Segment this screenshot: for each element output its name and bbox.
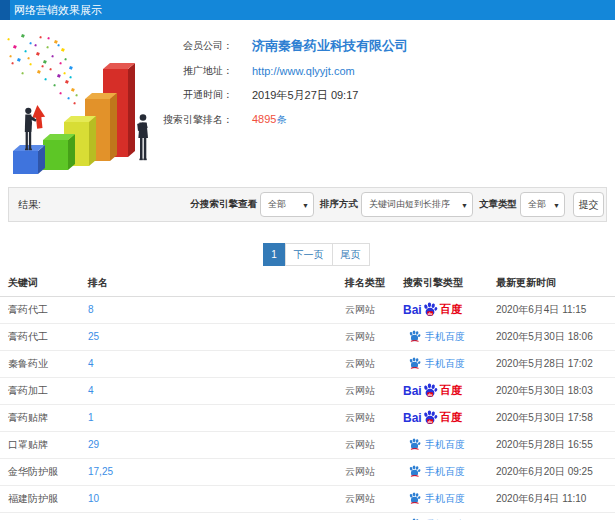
rank-cell[interactable]: 8 xyxy=(88,296,345,323)
chevron-down-icon: ▼ xyxy=(553,202,560,209)
baidu-mobile-logo: 手机百度 xyxy=(408,517,496,520)
table-row: 秦鲁药业 4 云网站 手机百度 2020年5月28日 17:02 xyxy=(0,350,615,377)
results-label: 结果: xyxy=(18,198,41,212)
info-row: 推广地址：http://www.qlyyjt.com xyxy=(148,63,408,79)
keyword-cell: 福建防护服 xyxy=(0,485,88,512)
baidu-paw-icon xyxy=(408,330,421,342)
baidu-pc-logo: Bai du百度 xyxy=(403,382,496,400)
rank-cell[interactable]: 17,25 xyxy=(88,458,345,485)
rank-type-cell: 云网站 xyxy=(345,350,403,377)
col-header: 排名 xyxy=(88,270,345,296)
rank-type-cell: 云网站 xyxy=(345,377,403,404)
keyword-cell: 膏药代工 xyxy=(0,323,88,350)
rank-cell[interactable]: 1 xyxy=(88,404,345,431)
chevron-down-icon: ▼ xyxy=(461,202,468,209)
member-company-link[interactable]: 济南秦鲁药业科技有限公司 xyxy=(252,37,408,55)
info-row: 开通时间：2019年5月27日 09:17 xyxy=(148,87,408,103)
page-next[interactable]: 下一页 xyxy=(285,243,333,266)
submit-button[interactable]: 提交 xyxy=(573,192,604,217)
filter-select-1[interactable]: 关键词由短到长排序▼ xyxy=(361,192,473,217)
keyword-cell xyxy=(0,512,88,520)
rank-type-cell: 云网站 xyxy=(345,431,403,458)
chevron-down-icon: ▼ xyxy=(302,202,309,209)
engine-cell: Bai du百度 xyxy=(403,296,496,323)
engine-cell: Bai du百度 xyxy=(403,404,496,431)
keyword-cell: 金华防护服 xyxy=(0,458,88,485)
engine-cell: 手机百度 xyxy=(403,458,496,485)
updated-cell xyxy=(496,512,615,520)
keyword-cell: 膏药贴牌 xyxy=(0,404,88,431)
col-header: 排名类型 xyxy=(345,270,403,296)
table-row: 膏药加工 4 云网站 Bai du百度 2020年5月30日 18:03 xyxy=(0,377,615,404)
results-filter-bar: 结果: 分搜索引擎查看 全部▼排序方式 关键词由短到长排序▼文章类型 全部▼提交 xyxy=(8,187,607,222)
rank-type-cell: 云网站 xyxy=(345,323,403,350)
baidu-paw-icon: du xyxy=(422,302,438,317)
rank-type-cell: 云网站 xyxy=(345,485,403,512)
svg-text:du: du xyxy=(427,312,432,316)
rank-cell[interactable]: 4 xyxy=(88,350,345,377)
engine-cell: 手机百度 xyxy=(403,323,496,350)
table-row: 福建防护服 10 云网站 手机百度 2020年6月4日 11:10 xyxy=(0,485,615,512)
promo-url-link[interactable]: http://www.qlyyjt.com xyxy=(252,65,355,77)
businessman-right-graphic xyxy=(137,114,148,160)
baidu-mobile-logo: 手机百度 xyxy=(408,329,496,345)
updated-cell: 2020年5月28日 17:02 xyxy=(496,350,615,377)
engine-cell: Bai du百度 xyxy=(403,377,496,404)
rank-cell[interactable]: 4 xyxy=(88,377,345,404)
rank-cell[interactable]: 29 xyxy=(88,431,345,458)
filter-select-2[interactable]: 全部▼ xyxy=(520,192,565,217)
engine-cell: 手机百度 xyxy=(403,512,496,520)
filter-label-0: 分搜索引擎查看 xyxy=(191,198,258,211)
svg-text:du: du xyxy=(427,393,432,397)
baidu-pc-logo: Bai du百度 xyxy=(403,301,496,319)
updated-cell: 2020年6月20日 09:25 xyxy=(496,458,615,485)
rank-cell[interactable]: 25 xyxy=(88,323,345,350)
pagination: 1 下一页 尾页 xyxy=(0,243,615,266)
rank-cell[interactable] xyxy=(88,512,345,520)
filter-label-1: 排序方式 xyxy=(320,198,358,211)
updated-cell: 2020年6月4日 11:15 xyxy=(496,296,615,323)
page-last[interactable]: 尾页 xyxy=(332,243,370,266)
window-title-bar: 网络营销效果展示 xyxy=(0,0,615,20)
info-row: 会员公司：济南秦鲁药业科技有限公司 xyxy=(148,38,408,54)
baidu-mobile-logo: 手机百度 xyxy=(408,437,496,453)
rank-type-cell: 云网站 xyxy=(345,404,403,431)
table-row: 膏药代工 25 云网站 手机百度 2020年5月30日 18:06 xyxy=(0,323,615,350)
col-header: 搜索引擎类型 xyxy=(403,270,496,296)
col-header: 最新更新时间 xyxy=(496,270,615,296)
updated-cell: 2020年5月30日 18:06 xyxy=(496,323,615,350)
updated-cell: 2020年5月30日 18:03 xyxy=(496,377,615,404)
rank-type-cell: 云网站 xyxy=(345,458,403,485)
baidu-mobile-logo: 手机百度 xyxy=(408,356,496,372)
updated-cell: 2020年5月28日 16:55 xyxy=(496,431,615,458)
baidu-paw-icon xyxy=(408,438,421,450)
title-bar-corner xyxy=(0,0,10,20)
rank-cell[interactable]: 10 xyxy=(88,485,345,512)
table-row: 手机百度 xyxy=(0,512,615,520)
svg-text:du: du xyxy=(427,420,432,424)
updated-cell: 2020年5月30日 17:58 xyxy=(496,404,615,431)
up-arrow-graphic xyxy=(31,104,46,129)
table-header-row: 关键词排名排名类型搜索引擎类型最新更新时间 xyxy=(0,270,615,296)
baidu-mobile-logo: 手机百度 xyxy=(408,464,496,480)
rank-type-cell xyxy=(345,512,403,520)
keyword-cell: 秦鲁药业 xyxy=(0,350,88,377)
filter-label-2: 文章类型 xyxy=(479,198,517,211)
page-title: 网络营销效果展示 xyxy=(14,0,102,20)
engine-cell: 手机百度 xyxy=(403,350,496,377)
open-time-value: 2019年5月27日 09:17 xyxy=(252,88,358,103)
baidu-paw-icon: du xyxy=(422,410,438,425)
keyword-cell: 膏药代工 xyxy=(0,296,88,323)
table-row: 膏药贴牌 1 云网站 Bai du百度 2020年5月30日 17:58 xyxy=(0,404,615,431)
table-row: 口罩贴牌 29 云网站 手机百度 2020年5月28日 16:55 xyxy=(0,431,615,458)
baidu-mobile-logo: 手机百度 xyxy=(408,491,496,507)
updated-cell: 2020年6月4日 11:10 xyxy=(496,485,615,512)
page-current[interactable]: 1 xyxy=(263,243,286,266)
keyword-cell: 膏药加工 xyxy=(0,377,88,404)
baidu-paw-icon xyxy=(408,357,421,369)
ranking-table: 关键词排名排名类型搜索引擎类型最新更新时间 膏药代工 8 云网站 Bai du百… xyxy=(0,270,615,520)
filter-select-0[interactable]: 全部▼ xyxy=(260,192,314,217)
engine-cell: 手机百度 xyxy=(403,431,496,458)
baidu-paw-icon: du xyxy=(422,383,438,398)
baidu-paw-icon xyxy=(408,465,421,477)
